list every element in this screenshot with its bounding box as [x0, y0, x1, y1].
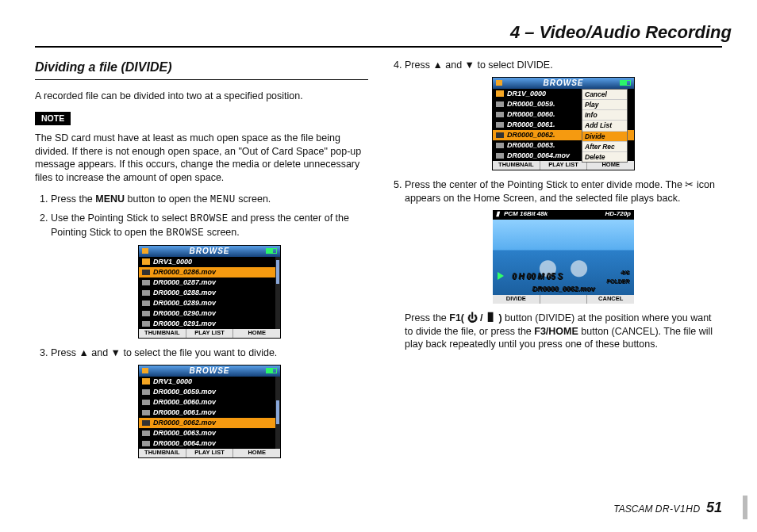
footer-model: DR-V1HD	[655, 503, 701, 515]
step-3: Press ▲ and ▼ to select the file you wan…	[51, 346, 368, 458]
browse-screen-3: BROWSE DR1V_0000 DR0000_0059. DR0000_006…	[492, 77, 635, 170]
video-file-icon	[496, 132, 504, 138]
folder-name: DR1V_0000	[507, 89, 546, 98]
scissors-icon: ✂	[685, 179, 694, 190]
browse-title: BROWSE	[190, 246, 230, 257]
softkey-thumbnail: THUMBNAIL	[139, 449, 186, 457]
softkey-playlist: PLAY LIST	[186, 329, 234, 338]
folder-row: DRV1_0000	[139, 377, 280, 387]
video-file-icon: ▮	[496, 210, 499, 219]
sdcard-icon	[496, 80, 502, 86]
note-label: NOTE	[35, 112, 71, 124]
video-file-icon	[142, 420, 150, 426]
step-3-text: Press ▲ and ▼ to select the file you wan…	[51, 347, 277, 358]
header-rule	[35, 46, 722, 48]
file-name: DR0000_0286.mov	[153, 267, 216, 277]
sdcard-icon	[142, 368, 148, 373]
video-file-icon	[142, 400, 150, 405]
section-heading: Dividing a file (DIVIDE)	[35, 59, 368, 80]
softkey-playlist: PLAY LIST	[186, 449, 234, 457]
step-5-sub-bold2: F3/HOME	[534, 326, 578, 337]
step-1: Press the MENU button to open the MENU s…	[51, 193, 368, 207]
step-4-text: Press ▲ and ▼ to select DIVIDE.	[405, 59, 553, 71]
softkey-thumbnail: THUMBNAIL	[493, 161, 540, 170]
preview-softkeys: DIVIDE CANCEL	[493, 295, 634, 304]
file-name: DR0000_0288.mov	[153, 288, 216, 297]
file-row: DR0000_0291.mov	[139, 319, 280, 329]
step-5-sub-bold: F1( ⏻ / ❚ )	[449, 312, 501, 323]
video-file-icon	[142, 389, 150, 395]
folder-name: DRV1_0000	[153, 377, 192, 386]
file-name: DR0000_0287.mov	[153, 277, 216, 287]
file-row: DR0000_0288.mov	[139, 288, 280, 298]
video-file-icon	[496, 112, 504, 117]
file-row: DR0000_0064.mov	[139, 438, 280, 449]
folder-icon	[496, 90, 504, 97]
softkey-thumbnail: THUMBNAIL	[139, 329, 186, 338]
step-1-text: Press the	[51, 193, 95, 205]
file-name: DR0000_0062.mov	[153, 418, 216, 427]
screen-3-wrap: BROWSE DR1V_0000 DR0000_0059. DR0000_006…	[405, 77, 722, 170]
video-file-icon	[142, 280, 150, 285]
ctx-cancel: Cancel	[582, 90, 627, 100]
video-file-icon	[496, 101, 504, 107]
screen-2-wrap: BROWSE DRV1_0000 DR0000_0059.mov DR0000_…	[51, 365, 368, 458]
video-file-icon	[142, 300, 150, 306]
file-row: DR0000_0061.mov	[139, 408, 280, 418]
scrollbar	[275, 257, 280, 329]
step-5-sub: Press the F1( ⏻ / ❚ ) button (DIVIDE) at…	[405, 312, 722, 352]
context-menu: Cancel Play Info Add List Divide After R…	[582, 89, 628, 163]
softkey-cancel: CANCEL	[587, 295, 634, 304]
file-row: DR0000_0287.mov	[139, 277, 280, 288]
browse-title-bar: BROWSE	[139, 366, 280, 377]
file-row: DR0000_0063.mov	[139, 428, 280, 438]
video-file-icon	[142, 290, 150, 296]
file-row: DR0000_0289.mov	[139, 298, 280, 308]
file-name: DR0000_0290.mov	[153, 308, 216, 318]
file-row: DR0000_0286.mov	[139, 267, 280, 277]
step-2-text: Use the Pointing Stick to select	[51, 212, 190, 224]
right-column: Press ▲ and ▼ to select DIVIDE. BROWSE D…	[389, 59, 722, 484]
video-file-icon	[496, 122, 504, 128]
video-file-icon	[142, 410, 150, 415]
manual-page: 4 – Video/Audio Recording Dividing a fil…	[0, 0, 757, 532]
battery-icon	[266, 248, 277, 254]
battery-icon	[620, 80, 631, 86]
folder-label: FOLDER	[606, 278, 629, 284]
page-footer: TASCAM DR-V1HD 51	[613, 499, 722, 516]
file-name: DR0000_0291.mov	[153, 319, 216, 328]
video-file-icon	[142, 270, 150, 275]
file-name: DR0000_0060.mov	[153, 397, 216, 407]
note-text: The SD card must have at least as much o…	[35, 132, 368, 186]
intro-text: A recorded file can be divided into two …	[35, 90, 368, 103]
file-row: DR0000_0060.mov	[139, 397, 280, 408]
step-2: Use the Pointing Stick to select BROWSE …	[51, 212, 368, 339]
step-5-text-a: Press the center of the Pointing Stick t…	[405, 179, 685, 190]
steps-list-right: Press ▲ and ▼ to select DIVIDE. BROWSE D…	[389, 59, 722, 351]
file-name: DR0000_0064.mov	[507, 151, 570, 160]
file-name: DR0000_0061.mov	[153, 408, 216, 417]
file-name: DR0000_0289.mov	[153, 298, 216, 308]
ctx-divide: Divide	[582, 132, 627, 142]
ctx-afterrec: After Rec	[582, 142, 627, 152]
preview-topbar: ▮ PCM 16Bit 48k HD-720p	[493, 210, 634, 220]
step-1-text3: screen.	[236, 193, 271, 205]
file-name: DR0000_0060.	[507, 109, 555, 119]
step-1-text2: button to open the	[125, 193, 210, 205]
preview-wrap: ▮ PCM 16Bit 48k HD-720p 0 H 00 M 05 S 4/…	[405, 210, 722, 304]
preview-resolution: HD-720p	[605, 210, 631, 219]
scrollbar	[275, 377, 280, 449]
video-file-icon	[142, 441, 150, 446]
file-row: DR0000_0059.mov	[139, 387, 280, 397]
softkey-blank	[540, 295, 588, 304]
step-2-lcd1: BROWSE	[190, 213, 229, 224]
video-file-icon	[496, 143, 504, 148]
softkey-bar: THUMBNAIL PLAY LIST HOME	[139, 329, 280, 338]
preview-filename: DR0000_0062.mov	[493, 284, 634, 293]
softkey-playlist: PLAY LIST	[540, 161, 588, 170]
ctx-info: Info	[582, 110, 627, 121]
play-icon	[498, 272, 504, 280]
ctx-play: Play	[582, 100, 627, 110]
folder-row: DRV1_0000	[139, 257, 280, 267]
track-info: 4/6 FOLDER	[606, 269, 629, 286]
